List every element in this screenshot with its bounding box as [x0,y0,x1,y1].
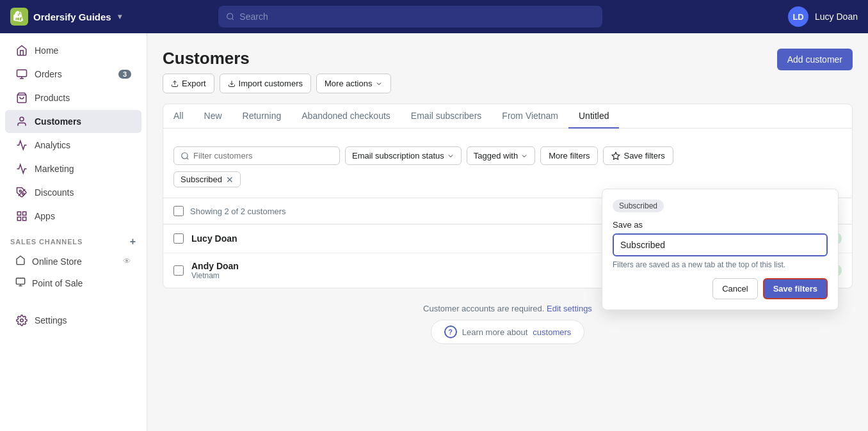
page-title: Customers [163,49,391,68]
star-icon [611,152,620,161]
chevron-down-icon [375,80,383,88]
sidebar-label-marketing: Marketing [35,164,74,174]
save-as-label: Save as [613,220,828,230]
email-subscription-filter[interactable]: Email subscription status [345,146,462,165]
filter-tag-close[interactable]: ✕ [226,175,234,184]
avatar[interactable]: LD [788,6,808,27]
sidebar-item-pos[interactable]: Point of Sale [5,272,141,294]
import-icon [228,80,236,88]
tab-email-subs[interactable]: Email subscribers [401,104,492,129]
more-filters-label: More filters [549,151,590,161]
tab-returning[interactable]: Returning [232,104,292,129]
edit-settings-link[interactable]: Edit settings [547,304,592,313]
brand-logo[interactable]: Ordersify Guides ▾ [10,8,122,26]
add-channel-icon[interactable]: + [130,236,136,247]
tab-new[interactable]: New [194,104,232,129]
online-store-label: Online Store [32,256,82,267]
svg-point-16 [20,319,24,322]
tab-abandoned[interactable]: Abandoned checkouts [291,104,401,129]
svg-marker-20 [613,152,620,159]
export-icon [171,80,179,88]
sidebar-item-analytics[interactable]: Analytics [5,134,141,157]
filter-search-icon [181,152,189,161]
svg-rect-9 [17,212,20,215]
sidebar-item-orders[interactable]: Orders 3 [5,63,141,86]
filter-search[interactable] [173,146,340,165]
sidebar-item-apps[interactable]: Apps [5,205,141,228]
sidebar-item-customers[interactable]: Customers [5,110,141,133]
learn-more-text: Learn more about [462,327,528,337]
customers-link[interactable]: customers [533,327,571,337]
save-filter-confirm-button[interactable]: Save filters [763,278,828,299]
sidebar-item-settings[interactable]: Settings [5,309,141,332]
brand-chevron-icon: ▾ [118,12,122,21]
svg-rect-12 [17,217,20,221]
filter-bar: Email subscription status Tagged with Mo… [173,146,842,165]
popup-filter-tag: Subscribed [613,200,664,212]
products-icon [15,91,28,104]
customer-tabs: All New Returning Abandoned checkouts Em… [163,104,852,129]
analytics-icon [15,139,28,152]
filter-tag-label: Subscribed [181,175,222,184]
svg-rect-13 [16,278,24,284]
sidebar-label-products: Products [35,93,70,103]
settings-icon [15,314,28,327]
add-customer-button[interactable]: Add customer [777,49,853,70]
sidebar-item-discounts[interactable]: Discounts [5,181,141,204]
tab-all[interactable]: All [163,104,194,129]
sidebar-item-online-store[interactable]: Online Store 👁 [5,251,141,272]
add-customer-label: Add customer [787,54,842,65]
save-filter-popup: Subscribed Save as Filters are saved as … [602,189,839,310]
tagged-filter-chevron [520,152,528,160]
filter-tags: Subscribed ✕ [173,171,842,187]
online-store-visible-icon: 👁 [123,256,131,266]
more-filters-button[interactable]: More filters [540,146,598,165]
help-icon: ? [444,325,457,338]
row-checkbox-0[interactable] [173,233,184,244]
page-header: Customers Export Import customers More a… [163,49,853,93]
import-label: Import customers [239,79,303,88]
popup-actions: Cancel Save filters [613,278,828,299]
save-as-input[interactable] [613,233,828,256]
top-navigation: Ordersify Guides ▾ LD Lucy Doan [0,0,868,33]
showing-text: Showing 2 of 2 customers [190,207,286,216]
more-actions-button[interactable]: More actions [316,74,391,93]
row-checkbox-1[interactable] [173,265,184,276]
search-icon [226,12,234,21]
pos-label: Point of Sale [32,278,83,288]
top-nav-right: LD Lucy Doan [788,6,858,27]
save-filters-button[interactable]: Save filters [603,146,673,165]
sidebar-label-home: Home [35,45,58,56]
home-icon [15,44,28,57]
svg-point-6 [19,190,21,192]
shopify-icon [10,8,28,26]
sales-channels-label: SALES CHANNELS [10,238,83,246]
cancel-button[interactable]: Cancel [712,278,757,299]
svg-rect-1 [17,70,27,77]
import-button[interactable]: Import customers [220,74,311,93]
tab-from-vietnam[interactable]: From Vietnam [492,104,568,129]
export-button[interactable]: Export [163,74,214,93]
sidebar-item-products[interactable]: Products [5,86,141,109]
online-store-icon [15,255,26,267]
orders-badge: 3 [118,70,131,79]
select-all-checkbox[interactable] [173,206,184,216]
filter-customers-input[interactable] [193,151,321,161]
save-filters-label: Save filters [623,151,664,161]
username: Lucy Doan [815,12,858,22]
more-actions-label: More actions [325,79,372,88]
sidebar-item-home[interactable]: Home [5,39,141,62]
sidebar-item-marketing[interactable]: Marketing [5,157,141,180]
footer-text: Customer accounts are required. [423,304,544,313]
popup-hint: Filters are saved as a new tab at the to… [613,260,828,269]
pos-icon [15,277,26,289]
search-bar[interactable] [218,6,602,27]
orders-icon [15,68,28,81]
sidebar-label-orders: Orders [35,69,62,79]
sidebar-label-apps: Apps [35,211,55,221]
sidebar-label-analytics: Analytics [35,140,70,150]
sidebar-label-discounts: Discounts [35,187,74,198]
tab-untitled[interactable]: Untitled [568,104,619,129]
search-input[interactable] [239,12,595,22]
tagged-with-filter[interactable]: Tagged with [467,146,535,165]
